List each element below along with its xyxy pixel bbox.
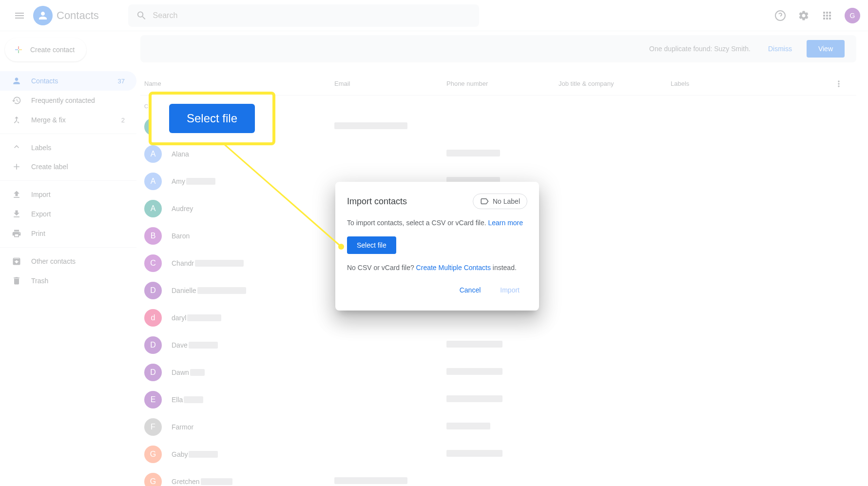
create-multiple-link[interactable]: Create Multiple Contacts [416, 264, 491, 272]
svg-point-3 [338, 244, 344, 250]
dialog-instruction: To import contacts, select a CSV or vCar… [347, 219, 527, 227]
callout-connector [224, 144, 361, 266]
dialog-title: Import contacts [347, 196, 473, 207]
learn-more-link[interactable]: Learn more [488, 219, 523, 227]
svg-line-2 [224, 144, 341, 247]
callout-select-file-button: Select file [169, 104, 255, 133]
cancel-button[interactable]: Cancel [452, 281, 489, 299]
import-contacts-dialog: Import contacts No Label To import conta… [335, 182, 539, 311]
select-file-callout: Select file [149, 92, 275, 145]
no-label-text: No Label [493, 197, 520, 205]
import-button[interactable]: Import [492, 281, 527, 299]
no-csv-text: No CSV or vCard file? Create Multiple Co… [347, 264, 527, 272]
no-label-chip[interactable]: No Label [473, 194, 527, 209]
label-icon [480, 197, 489, 206]
